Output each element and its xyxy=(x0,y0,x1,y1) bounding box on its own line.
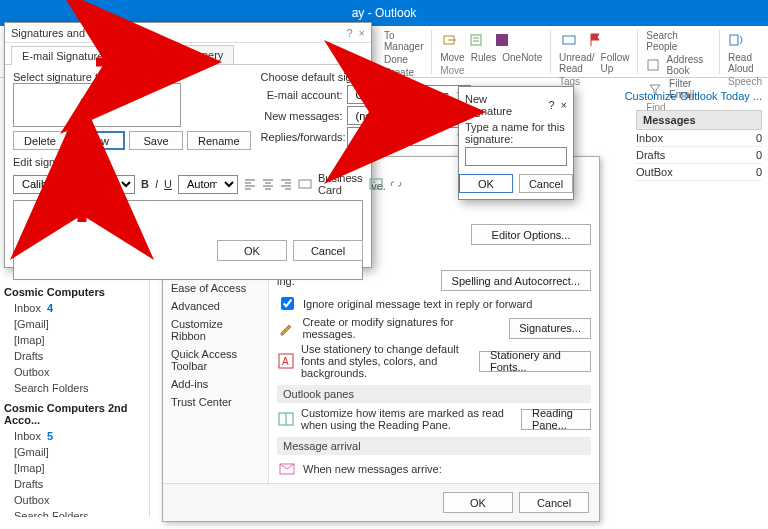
options-ok-button[interactable]: OK xyxy=(443,492,513,513)
opt-cat[interactable]: Trust Center xyxy=(169,393,262,411)
new-messages-label: New messages: xyxy=(261,110,343,122)
quickstep-done[interactable]: Done xyxy=(384,54,408,65)
nav-gmail-1[interactable]: [Gmail] xyxy=(4,316,145,332)
popup-help-icon[interactable]: ? xyxy=(548,99,554,111)
rules-icon[interactable] xyxy=(466,30,486,50)
unread-icon[interactable] xyxy=(559,30,579,50)
move-icon[interactable] xyxy=(440,30,460,50)
bold-button[interactable]: B xyxy=(141,178,149,190)
nav-gmail-2[interactable]: [Gmail] xyxy=(4,444,145,460)
nav-imap-2[interactable]: [Imap] xyxy=(4,460,145,476)
email-account-select[interactable]: Cosmic Computers xyxy=(347,85,471,104)
choose-default-label: Choose default signature xyxy=(261,71,471,83)
spelling-button[interactable]: Spelling and Autocorrect... xyxy=(441,270,591,291)
stationery-icon: A xyxy=(277,351,295,371)
account-1[interactable]: Cosmic Computers xyxy=(4,286,145,298)
svg-rect-5 xyxy=(730,35,738,45)
nav-imap-1[interactable]: [Imap] xyxy=(4,332,145,348)
ignore-original-label: Ignore original message text in reply or… xyxy=(303,298,532,310)
business-card-label[interactable]: Business Card xyxy=(318,172,363,196)
today-inbox-l[interactable]: Inbox xyxy=(636,132,663,144)
opt-cat[interactable]: Advanced xyxy=(169,297,262,315)
today-drafts-l[interactable]: Drafts xyxy=(636,149,665,161)
edit-signature-label: Edit signature xyxy=(13,156,363,168)
new-button[interactable]: New xyxy=(71,131,125,150)
today-outbox-l[interactable]: OutBox xyxy=(636,166,673,178)
unread-label: Unread/ Read xyxy=(559,52,595,74)
nav-outbox-2[interactable]: Outbox xyxy=(4,492,145,508)
nav-inbox-1[interactable]: Inbox 4 xyxy=(4,300,145,316)
speech-group: Read Aloud Speech xyxy=(728,30,762,87)
font-size-select[interactable] xyxy=(105,175,135,194)
replies-label: Replies/forwards: xyxy=(261,131,343,143)
signature-name-input[interactable] xyxy=(465,147,567,166)
move-label: Move xyxy=(440,52,464,63)
speech-group-label: Speech xyxy=(728,76,762,87)
read-aloud-icon[interactable] xyxy=(728,30,748,50)
help-icon[interactable]: ? xyxy=(346,27,352,39)
new-messages-select[interactable]: (none) xyxy=(347,106,471,125)
account-2[interactable]: Cosmic Computers 2nd Acco... xyxy=(4,402,145,426)
ignore-original-checkbox[interactable] xyxy=(281,297,294,310)
svg-rect-2 xyxy=(496,34,508,46)
tab-email-signature[interactable]: E-mail Signature xyxy=(11,46,114,65)
signature-editor-toolbar: Calibri (Body) B I U Automatic Business … xyxy=(13,172,363,196)
followup-label: Follow Up xyxy=(601,52,630,74)
popup-label: Type a name for this signature: xyxy=(465,121,567,145)
close-icon[interactable]: × xyxy=(359,27,365,39)
signatures-dialog: Signatures and Stationery ?× E-mail Sign… xyxy=(4,22,372,268)
today-inbox-v: 0 xyxy=(756,132,762,144)
search-people[interactable]: Search People xyxy=(646,30,711,52)
reading-pane-icon xyxy=(277,409,295,429)
signatures-button[interactable]: Signatures... xyxy=(509,318,591,339)
replies-select[interactable]: (none) xyxy=(347,127,471,146)
outlook-panes-hdr: Outlook panes xyxy=(277,385,591,403)
svg-rect-3 xyxy=(563,36,575,44)
save-button[interactable]: Save xyxy=(129,131,183,150)
new-signature-popup: New Signature ? × Type a name for this s… xyxy=(458,86,574,200)
followup-icon[interactable] xyxy=(585,30,605,50)
tab-personal-stationery[interactable]: Personal Stationery xyxy=(116,45,234,64)
rename-button[interactable]: Rename xyxy=(187,131,251,150)
onenote-icon[interactable] xyxy=(492,30,512,50)
pen-icon xyxy=(277,318,296,338)
nav-drafts-2[interactable]: Drafts xyxy=(4,476,145,492)
stationery-button[interactable]: Stationery and Fonts... xyxy=(479,351,591,372)
options-cancel-button[interactable]: Cancel xyxy=(519,492,589,513)
popup-ok-button[interactable]: OK xyxy=(459,174,513,193)
nav-search-2[interactable]: Search Folders xyxy=(4,508,145,517)
customize-today-link[interactable]: Customize Outlook Today ... xyxy=(625,90,762,102)
underline-button[interactable]: U xyxy=(164,178,172,190)
italic-button[interactable]: I xyxy=(155,178,158,190)
align-left-icon[interactable] xyxy=(244,174,256,194)
sig-cancel-button[interactable]: Cancel xyxy=(293,240,363,261)
arrival-intro: When new messages arrive: xyxy=(303,463,442,475)
popup-close-icon[interactable]: × xyxy=(561,99,567,111)
opt-cat[interactable]: Quick Access Toolbar xyxy=(169,345,262,375)
app-title: Outlook xyxy=(375,6,416,20)
align-right-icon[interactable] xyxy=(280,174,292,194)
signature-list[interactable] xyxy=(13,83,181,127)
quickstep-to-manager[interactable]: To Manager xyxy=(384,30,423,52)
nav-outbox-1[interactable]: Outbox xyxy=(4,364,145,380)
image-icon[interactable] xyxy=(369,174,383,194)
font-select[interactable]: Calibri (Body) xyxy=(13,175,99,194)
popup-cancel-button[interactable]: Cancel xyxy=(519,174,573,193)
nav-search-1[interactable]: Search Folders xyxy=(4,380,145,396)
editor-options-button[interactable]: Editor Options... xyxy=(471,224,591,245)
nav-drafts-1[interactable]: Drafts xyxy=(4,348,145,364)
business-card-icon[interactable] xyxy=(298,174,312,194)
delete-button[interactable]: Delete xyxy=(13,131,67,150)
link-icon[interactable] xyxy=(389,174,403,194)
address-book-icon[interactable] xyxy=(646,55,660,75)
sig-ok-button[interactable]: OK xyxy=(217,240,287,261)
address-book[interactable]: Address Book xyxy=(667,54,712,76)
stat-row: Use stationery to change default fonts a… xyxy=(301,343,473,379)
opt-cat[interactable]: Customize Ribbon xyxy=(169,315,262,345)
opt-cat[interactable]: Add-ins xyxy=(169,375,262,393)
nav-inbox-2[interactable]: Inbox 5 xyxy=(4,428,145,444)
font-color-select[interactable]: Automatic xyxy=(178,175,238,194)
align-center-icon[interactable] xyxy=(262,174,274,194)
reading-pane-button[interactable]: Reading Pane... xyxy=(521,409,591,430)
svg-point-13 xyxy=(373,181,375,183)
